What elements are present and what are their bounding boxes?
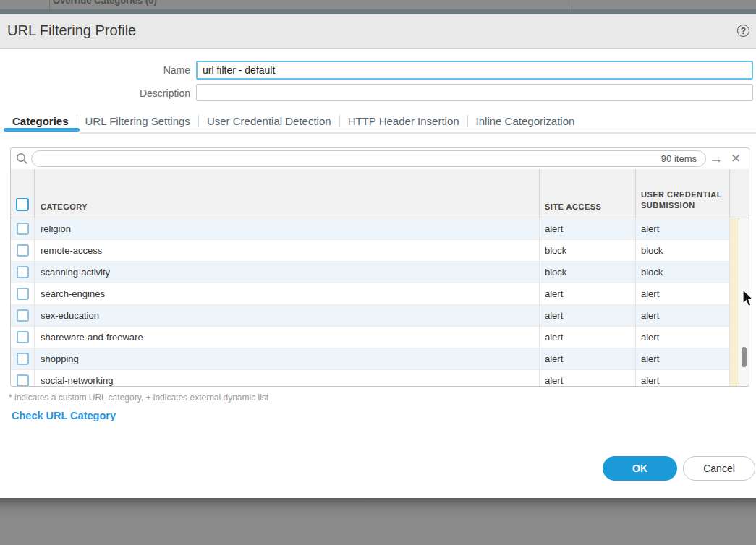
name-input[interactable] <box>196 61 753 80</box>
tab-categories[interactable]: Categories <box>4 115 77 127</box>
background-window-strip: Override Categories (0) <box>0 0 756 9</box>
category-cell: sex-education <box>35 305 540 326</box>
table-row[interactable]: search-engines alert alert <box>11 283 730 305</box>
table-row[interactable]: remote-access block block <box>11 240 730 262</box>
background-divider <box>572 0 572 9</box>
row-checkbox[interactable] <box>17 244 29 257</box>
site-access-cell[interactable]: block <box>540 262 636 283</box>
row-select-cell <box>11 327 35 348</box>
table-scrollbar-thumb[interactable] <box>742 347 747 367</box>
table-row[interactable]: shopping alert alert <box>11 348 730 370</box>
site-access-cell[interactable]: block <box>540 240 636 261</box>
url-filtering-profile-dialog: URL Filtering Profile ? Name Description… <box>0 14 756 498</box>
row-select-cell <box>11 240 35 261</box>
select-all-checkbox[interactable] <box>16 198 29 211</box>
category-cell: search-engines <box>35 283 540 304</box>
site-access-cell[interactable]: alert <box>540 305 636 326</box>
highlight-strip <box>730 218 739 386</box>
ok-button[interactable]: OK <box>603 456 677 481</box>
table-row[interactable]: religion alert alert <box>11 218 730 240</box>
column-header-user-credential-submission[interactable]: USER CREDENTIAL SUBMISSION <box>636 169 730 218</box>
category-cell: religion <box>35 218 540 239</box>
category-cell: remote-access <box>35 240 540 261</box>
category-cell: shareware-and-freeware <box>35 327 540 348</box>
row-checkbox[interactable] <box>17 309 29 322</box>
row-select-cell <box>11 218 35 239</box>
row-select-cell <box>11 262 35 283</box>
categories-table: 90 items → ✕ CATEGORY SITE ACCESS USER C… <box>10 147 749 387</box>
table-footnote: * indicates a custom URL category, + ind… <box>9 392 268 403</box>
screen: Override Categories (0) URL Filtering Pr… <box>0 0 756 545</box>
table-search-row: 90 items → ✕ <box>11 148 749 170</box>
site-access-cell[interactable]: alert <box>540 218 636 239</box>
description-label: Description <box>0 87 190 99</box>
user-credential-submission-cell[interactable]: alert <box>636 305 730 326</box>
dialog-title: URL Filtering Profile <box>7 22 136 39</box>
category-cell: social-networking <box>35 370 540 386</box>
tab-http-header-insertion[interactable]: HTTP Header Insertion <box>340 115 467 127</box>
row-checkbox[interactable] <box>17 353 29 365</box>
select-all-cell <box>11 169 35 218</box>
user-credential-submission-cell[interactable]: block <box>636 262 730 283</box>
apply-filter-button[interactable]: → <box>707 148 726 169</box>
tab-inline-categorization[interactable]: Inline Categorization <box>468 115 583 127</box>
user-credential-submission-cell[interactable]: alert <box>636 348 730 369</box>
background-divider <box>49 0 50 9</box>
table-row[interactable]: social-networking alert alert <box>11 370 730 386</box>
table-row[interactable]: scanning-activity block block <box>11 262 730 283</box>
site-access-cell[interactable]: alert <box>540 370 636 386</box>
check-url-category-link[interactable]: Check URL Category <box>12 410 116 421</box>
category-cell: shopping <box>35 348 540 369</box>
name-label: Name <box>0 64 190 76</box>
user-credential-submission-cell[interactable]: block <box>636 240 730 261</box>
table-row[interactable]: sex-education alert alert <box>11 305 730 327</box>
help-icon[interactable]: ? <box>737 25 749 37</box>
row-checkbox[interactable] <box>17 374 29 386</box>
column-header-spacer <box>730 169 749 218</box>
filter-input[interactable]: 90 items <box>31 150 706 167</box>
items-count: 90 items <box>661 151 697 166</box>
row-select-cell <box>11 348 35 369</box>
table-scrollbar-track[interactable] <box>739 218 749 386</box>
site-access-cell[interactable]: alert <box>540 348 636 369</box>
description-input[interactable] <box>196 84 753 101</box>
search-icon <box>16 153 28 168</box>
row-select-cell <box>11 283 35 304</box>
user-credential-submission-cell[interactable]: alert <box>636 327 730 348</box>
table-row[interactable]: shareware-and-freeware alert alert <box>11 327 730 348</box>
table-header: CATEGORY SITE ACCESS USER CREDENTIAL SUB… <box>11 169 749 218</box>
dialog-header: URL Filtering Profile ? <box>0 14 756 49</box>
row-select-cell <box>11 370 35 386</box>
tab-url-filtering-settings[interactable]: URL Filtering Settings <box>77 115 198 127</box>
site-access-cell[interactable]: alert <box>540 327 636 348</box>
category-cell: scanning-activity <box>35 262 540 283</box>
tab-user-credential-detection[interactable]: User Credential Detection <box>199 115 339 127</box>
row-checkbox[interactable] <box>17 266 29 278</box>
clear-filter-button[interactable]: ✕ <box>727 148 744 169</box>
row-checkbox[interactable] <box>17 288 29 300</box>
table-body: religion alert alert remote-access block… <box>11 218 730 386</box>
user-credential-submission-cell[interactable]: alert <box>636 283 730 304</box>
tab-baseline <box>80 132 756 134</box>
row-select-cell <box>11 305 35 326</box>
user-credential-submission-cell[interactable]: alert <box>636 218 730 239</box>
site-access-cell[interactable]: alert <box>540 283 636 304</box>
active-tab-underline <box>4 128 80 132</box>
background-dimmed-area <box>0 498 756 545</box>
column-header-site-access[interactable]: SITE ACCESS <box>540 169 636 218</box>
background-header-bar <box>0 9 756 14</box>
row-checkbox[interactable] <box>17 331 29 343</box>
background-window-text: Override Categories (0) <box>53 0 157 6</box>
cancel-button[interactable]: Cancel <box>683 456 755 481</box>
user-credential-submission-cell[interactable]: alert <box>636 370 730 386</box>
tab-bar: Categories URL Filtering Settings User C… <box>4 110 582 132</box>
row-checkbox[interactable] <box>17 223 29 235</box>
column-header-category[interactable]: CATEGORY <box>35 169 540 218</box>
